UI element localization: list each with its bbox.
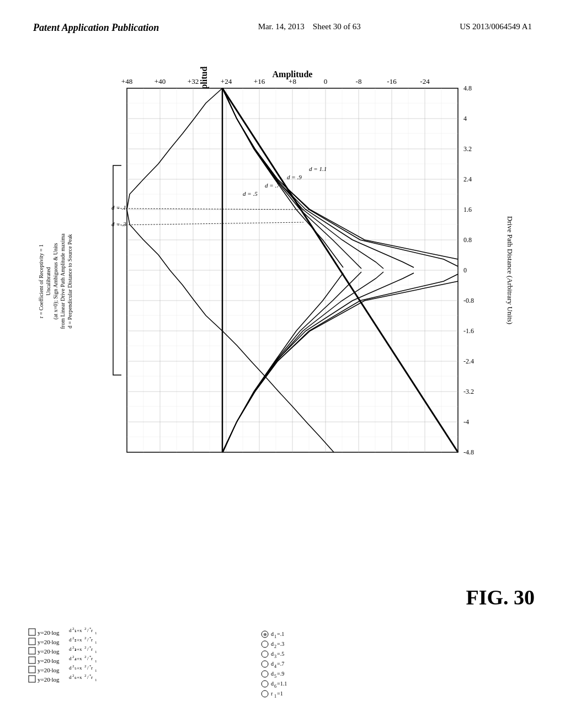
svg-text:1: 1 — [95, 650, 97, 654]
svg-text:-24: -24 — [420, 77, 430, 85]
svg-text:4: 4 — [274, 664, 276, 669]
svg-text:-3.2: -3.2 — [463, 388, 474, 395]
main-chart: Amplitude Amplitude — [28, 66, 546, 563]
svg-text:₆+x: ₆+x — [74, 675, 82, 680]
svg-text:-16: -16 — [387, 77, 397, 85]
svg-text:1: 1 — [274, 694, 276, 699]
page-container: Patent Application Publication Mar. 14, … — [0, 0, 565, 728]
svg-point-145 — [262, 671, 268, 677]
svg-text:₄+x: ₄+x — [74, 656, 82, 661]
svg-text:+32: +32 — [188, 77, 199, 85]
header: Patent Application Publication Mar. 14, … — [33, 22, 532, 34]
svg-text:1: 1 — [95, 631, 97, 635]
svg-text:d: d — [271, 671, 274, 677]
svg-text:r: r — [91, 656, 93, 661]
drive-distance-labels: 4.8 4 3.2 2.4 1.6 0.8 0 -0.8 -1.6 -2.4 -… — [463, 84, 474, 456]
svg-text:1: 1 — [274, 634, 276, 639]
svg-text:-0.8: -0.8 — [463, 297, 474, 304]
svg-text:y=20·log: y=20·log — [38, 629, 60, 636]
svg-text:=.1: =.1 — [277, 631, 284, 637]
svg-text:1: 1 — [95, 659, 97, 663]
svg-text:2.4: 2.4 — [463, 175, 472, 183]
svg-text:/: / — [87, 675, 89, 680]
header-patent: US 2013/0064549 A1 — [460, 22, 532, 31]
svg-text:-8: -8 — [356, 77, 362, 85]
svg-text:d: d — [69, 646, 72, 652]
svg-text:+48: +48 — [121, 77, 132, 85]
svg-text:d: d — [69, 675, 72, 680]
d-label-0.5: d = .5 — [243, 190, 258, 197]
header-sheet: Sheet 30 of 63 — [313, 22, 361, 31]
svg-text:4.8: 4.8 — [463, 84, 472, 92]
header-date: Mar. 14, 2013 — [258, 22, 305, 31]
svg-text:r: r — [271, 690, 273, 697]
svg-rect-68 — [29, 629, 35, 635]
svg-rect-98 — [29, 657, 35, 663]
svg-text:2: 2 — [84, 673, 87, 678]
svg-text:2: 2 — [84, 627, 87, 631]
svg-text:2: 2 — [84, 664, 87, 668]
svg-text:d: d — [69, 665, 72, 671]
svg-text:1: 1 — [95, 678, 97, 682]
svg-text:r: r — [91, 675, 93, 680]
svg-point-141 — [262, 661, 268, 667]
svg-text:r: r — [91, 637, 93, 643]
svg-text:d: d — [271, 681, 274, 687]
svg-text:d: d — [69, 637, 72, 643]
annotation-line1: d = Perpendicular Distance to Source Pea… — [67, 234, 73, 328]
svg-text:+40: +40 — [154, 77, 166, 85]
svg-point-149 — [262, 681, 268, 687]
d-label-0.9: d = .9 — [287, 174, 302, 180]
d-label-1.1: d = 1.1 — [309, 165, 327, 172]
svg-text:4: 4 — [463, 115, 467, 122]
header-date-sheet: Mar. 14, 2013 Sheet 30 of 63 — [258, 22, 361, 31]
svg-text:y=20·log: y=20·log — [38, 657, 60, 664]
svg-text:/: / — [87, 665, 89, 671]
svg-text:=.3: =.3 — [277, 641, 284, 647]
fig-label: FIG. 30 — [466, 585, 535, 609]
svg-text:d: d — [69, 656, 72, 661]
svg-text:2: 2 — [84, 655, 87, 659]
svg-point-153 — [262, 690, 268, 697]
svg-text:1.6: 1.6 — [463, 206, 472, 213]
annotation-line5: r = Coefficient of Receptivity = 1 — [38, 244, 44, 318]
svg-text:d: d — [271, 661, 274, 667]
svg-text:r: r — [91, 665, 93, 671]
svg-text:/: / — [87, 656, 89, 661]
svg-text:₃+x: ₃+x — [74, 646, 82, 652]
svg-text:₁+x: ₁+x — [74, 628, 82, 633]
svg-text:6: 6 — [274, 684, 276, 689]
annotation-line2: from Linear Drive Path Amplitude maxima — [60, 233, 66, 329]
svg-text:-1.6: -1.6 — [463, 327, 474, 335]
svg-text:d: d — [271, 641, 274, 647]
svg-text:=1.1: =1.1 — [277, 681, 287, 687]
svg-text:₂+x: ₂+x — [74, 637, 82, 643]
svg-text:d: d — [271, 631, 274, 637]
drive-distance-axis-label: Drive Path Distance (Arbitrary Units) — [506, 216, 514, 324]
svg-text:2: 2 — [274, 644, 276, 649]
header-title: Patent Application Publication — [33, 22, 159, 34]
svg-rect-78 — [29, 638, 35, 645]
svg-text:y=20·log: y=20·log — [38, 648, 60, 655]
svg-text:=.9: =.9 — [277, 671, 284, 677]
svg-text:0: 0 — [324, 77, 328, 85]
svg-text:2: 2 — [84, 645, 87, 650]
svg-text:0: 0 — [463, 266, 467, 274]
svg-text:3.2: 3.2 — [463, 145, 472, 153]
svg-text:₅+x: ₅+x — [74, 665, 82, 671]
svg-text:-4: -4 — [463, 418, 469, 426]
annotation-line3: (at x=0); Sign Ambiguous & Units — [52, 243, 59, 320]
svg-text:⊕: ⊕ — [263, 632, 267, 637]
svg-text:5: 5 — [274, 674, 276, 679]
bottom-legend: y=20·log d 2 ₁+x 2 / * r 1 y=20·log d 2 … — [28, 626, 537, 717]
svg-point-137 — [262, 651, 268, 657]
svg-text:-2.4: -2.4 — [463, 357, 474, 365]
svg-text:=.7: =.7 — [277, 661, 284, 667]
svg-text:1: 1 — [95, 640, 97, 645]
d-label-0.7: d = .7 — [265, 182, 280, 189]
svg-rect-118 — [29, 676, 35, 682]
svg-text:/: / — [87, 637, 89, 643]
svg-text:y=20·log: y=20·log — [38, 676, 60, 683]
svg-text:d: d — [69, 628, 72, 633]
svg-text:-4.8: -4.8 — [463, 448, 474, 456]
